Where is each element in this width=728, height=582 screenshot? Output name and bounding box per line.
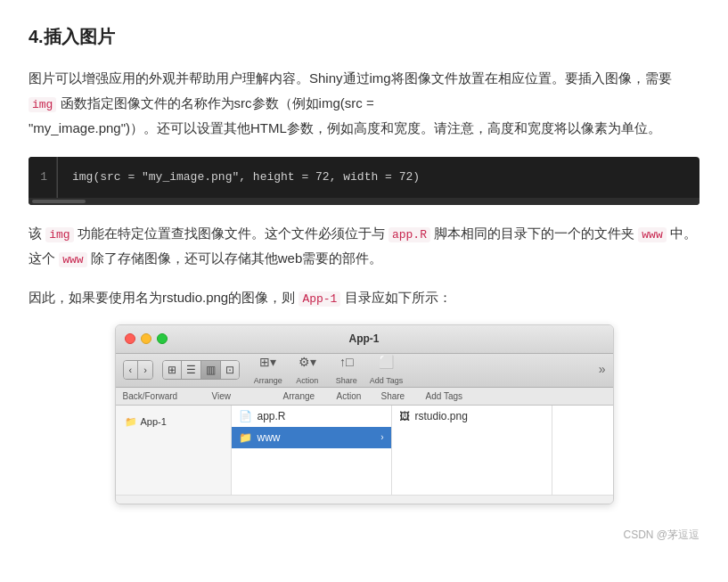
arrange-action[interactable]: ⊞▾ Arrange bbox=[252, 352, 284, 388]
minimize-button[interactable] bbox=[141, 333, 151, 344]
share-action[interactable]: ↑□ Share bbox=[331, 352, 363, 388]
view-group[interactable]: ⊞ ☰ ▥ ⊡ bbox=[162, 360, 240, 380]
label-arrange: Arrange bbox=[283, 389, 337, 404]
col1-www-name: www bbox=[258, 429, 376, 447]
intro-paragraph: 图片可以增强应用的外观并帮助用户理解内容。Shiny通过img将图像文件放置在相… bbox=[29, 66, 699, 141]
inline-code-appr: app.R bbox=[389, 227, 430, 242]
page-title: 4.插入图片 bbox=[29, 21, 699, 52]
arrange-label: Arrange bbox=[254, 374, 282, 388]
code-content: img(src = "my_image.png", height = 72, w… bbox=[58, 157, 434, 198]
view-column-btn[interactable]: ▥ bbox=[200, 360, 220, 380]
col1-appr-name: app.R bbox=[258, 407, 384, 425]
label-action: Action bbox=[337, 389, 381, 404]
body-text-1: 该 img 功能在特定位置查找图像文件。这个文件必须位于与 app.R 脚本相同… bbox=[29, 221, 699, 271]
view-cover-btn[interactable]: ⊡ bbox=[220, 360, 239, 380]
finder-window: App-1 ‹ › ⊞ ☰ ▥ ⊡ ⊞▾ Arrange ⚙▾ Action bbox=[115, 324, 614, 504]
inline-code-www2: www bbox=[59, 252, 86, 267]
action-icon: ⚙▾ bbox=[299, 352, 316, 373]
finder-sidebar: 📁 App-1 bbox=[116, 406, 232, 495]
inline-code-app1: App-1 bbox=[299, 291, 340, 307]
forward-button[interactable]: › bbox=[137, 360, 152, 380]
finder-col-2: 🖼 rstudio.png bbox=[392, 406, 552, 495]
scroll-thumb bbox=[32, 200, 86, 203]
attribution: CSDN @茅逗逗 bbox=[29, 526, 699, 544]
label-view: View bbox=[212, 389, 283, 404]
sidebar-item-app1[interactable]: 📁 App-1 bbox=[119, 411, 227, 433]
code-block: 1 img(src = "my_image.png", height = 72,… bbox=[29, 157, 699, 205]
toolbar-chevron[interactable]: » bbox=[599, 359, 606, 381]
finder-columns: 📄 app.R 📁 www › 🖼 rstudio.png bbox=[232, 406, 613, 495]
finder-toolbar: ‹ › ⊞ ☰ ▥ ⊡ ⊞▾ Arrange ⚙▾ Action ↑□ Shar… bbox=[116, 354, 613, 388]
sidebar-item-label: App-1 bbox=[141, 414, 167, 430]
back-button[interactable]: ‹ bbox=[124, 360, 138, 380]
body-text-2: 因此，如果要使用名为rstudio.png的图像，则 App-1 目录应如下所示… bbox=[29, 285, 699, 310]
add-tags-label: Add Tags bbox=[370, 374, 403, 388]
view-icon-btn[interactable]: ⊞ bbox=[163, 360, 181, 380]
action-label: Action bbox=[296, 374, 318, 388]
add-tags-action[interactable]: ⬜ Add Tags bbox=[370, 352, 403, 388]
inline-code-www1: www bbox=[638, 227, 666, 242]
add-tags-icon: ⬜ bbox=[379, 352, 394, 373]
finder-col-1: 📄 app.R 📁 www › bbox=[232, 406, 392, 495]
action-action[interactable]: ⚙▾ Action bbox=[291, 352, 323, 388]
maximize-button[interactable] bbox=[157, 333, 168, 344]
col1-item-www[interactable]: 📁 www › bbox=[232, 427, 391, 448]
col1-item-appr[interactable]: 📄 app.R bbox=[232, 406, 391, 427]
finder-title: App-1 bbox=[349, 330, 380, 348]
share-label: Share bbox=[336, 374, 357, 388]
finder-labels-row: Back/Forward View Arrange Action Share A… bbox=[116, 388, 613, 406]
sidebar-folder-icon: 📁 bbox=[125, 414, 137, 430]
finder-toolbar-actions: ⊞▾ Arrange ⚙▾ Action ↑□ Share ⬜ Add Tags bbox=[252, 352, 403, 388]
col2-rstudio-icon: 🖼 bbox=[399, 407, 410, 425]
inline-code-img2: img bbox=[45, 227, 73, 242]
label-addtags: Add Tags bbox=[426, 389, 479, 404]
col1-appr-icon: 📄 bbox=[239, 407, 252, 425]
col1-www-arrow: › bbox=[380, 430, 383, 445]
close-button[interactable] bbox=[125, 333, 135, 344]
code-scrollbar[interactable] bbox=[29, 198, 699, 205]
label-share: Share bbox=[381, 389, 426, 404]
finder-body: 📁 App-1 📄 app.R 📁 www › � bbox=[116, 406, 613, 495]
view-list-btn[interactable]: ☰ bbox=[181, 360, 200, 380]
nav-group[interactable]: ‹ › bbox=[123, 360, 153, 380]
finder-titlebar: App-1 bbox=[116, 325, 613, 354]
col2-item-rstudio[interactable]: 🖼 rstudio.png bbox=[392, 406, 552, 427]
code-line-number: 1 bbox=[29, 157, 57, 198]
col2-rstudio-name: rstudio.png bbox=[415, 407, 544, 425]
arrange-icon: ⊞▾ bbox=[259, 352, 276, 373]
col1-www-icon: 📁 bbox=[239, 429, 252, 447]
inline-code-img1: img bbox=[29, 97, 56, 112]
finder-col-preview bbox=[552, 406, 613, 495]
label-backforward: Back/Forward bbox=[123, 389, 212, 404]
share-icon: ↑□ bbox=[339, 352, 353, 373]
finder-scrollbar[interactable] bbox=[116, 495, 613, 504]
finder-window-buttons bbox=[125, 333, 168, 344]
